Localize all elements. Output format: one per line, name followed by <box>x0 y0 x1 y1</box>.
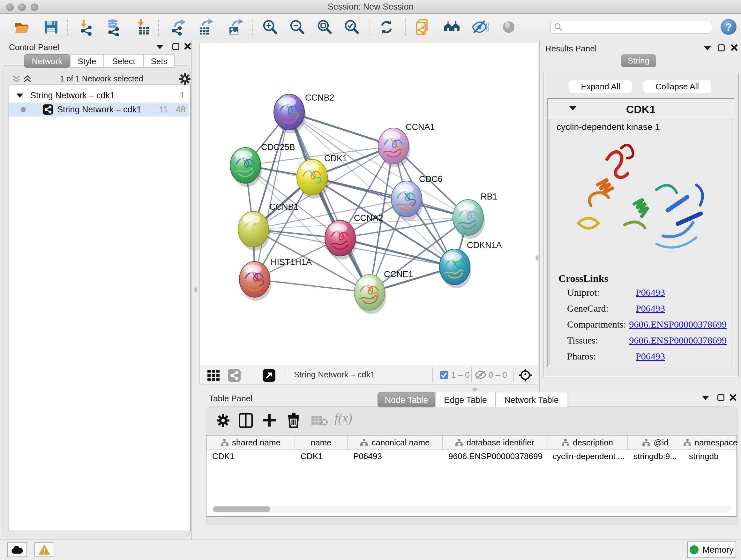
zoom-out-icon[interactable] <box>288 18 307 36</box>
import-network-from-file-icon[interactable] <box>77 18 95 36</box>
table-panel-float-icon[interactable] <box>718 394 724 401</box>
first-neighbors-icon[interactable] <box>443 18 461 36</box>
node-CDC6[interactable] <box>391 181 423 220</box>
open-session-icon[interactable] <box>13 18 31 36</box>
add-column-icon[interactable] <box>262 413 276 427</box>
warnings-button[interactable] <box>35 543 54 557</box>
zoom-fit-icon[interactable] <box>316 18 334 36</box>
column-header-database-identifier[interactable]: database identifier <box>443 435 547 449</box>
table-cell[interactable]: cyclin-dependent ... <box>547 450 628 462</box>
node-CDKN1A[interactable] <box>440 249 471 288</box>
node-CCNA2[interactable] <box>325 220 357 260</box>
import-table-from-file-icon[interactable] <box>134 18 151 36</box>
collapse-all-networks-icon[interactable] <box>12 75 21 83</box>
import-network-from-database-icon[interactable] <box>105 18 122 36</box>
edge-HIST1H1A-CCNE1[interactable] <box>255 279 369 293</box>
column-header--id[interactable]: @id <box>628 435 683 449</box>
table-cell[interactable]: 9606.ENSP00000378699 <box>443 450 547 462</box>
control-panel-float-icon[interactable] <box>172 43 179 50</box>
crosslink-link[interactable]: 9606.ENSP00000378699 <box>629 335 727 346</box>
help-button[interactable]: ? <box>721 19 737 35</box>
network-row-selected[interactable]: String Network – cdk1 11 48 <box>9 103 189 117</box>
horizontal-splitter-handle[interactable] <box>472 388 477 391</box>
network-collection-row[interactable]: String Network – cdk1 1 <box>9 88 189 103</box>
birds-eye-view-icon[interactable] <box>518 368 532 382</box>
gene-section-header[interactable]: CDK1 <box>548 99 734 119</box>
table-cell[interactable]: CDK1 <box>295 450 347 462</box>
tab-style[interactable]: Style <box>70 54 104 68</box>
tab-network-table[interactable]: Network Table <box>495 392 567 408</box>
crosslink-link[interactable]: P06493 <box>636 351 665 362</box>
new-network-from-selection-icon[interactable] <box>414 18 432 36</box>
crosslink-link[interactable]: P06493 <box>636 287 665 298</box>
network-view-icon[interactable] <box>228 369 241 382</box>
node-CCNA1[interactable] <box>378 128 410 167</box>
table-panel-close-icon[interactable] <box>729 394 737 401</box>
column-header-canonical-name[interactable]: canonical name <box>347 435 443 449</box>
crosslink-link[interactable]: 9606.ENSP00000378699 <box>629 319 727 330</box>
node-table[interactable]: shared namenamecanonical namedatabase id… <box>206 435 737 516</box>
table-cell[interactable]: P06493 <box>347 450 443 462</box>
results-panel-float-icon[interactable] <box>718 44 725 51</box>
node-RB1[interactable] <box>453 199 485 239</box>
search-input[interactable] <box>563 22 704 32</box>
column-header-namespace[interactable]: namespace <box>683 435 738 449</box>
right-splitter-handle[interactable] <box>536 255 539 260</box>
tab-sets[interactable]: Sets <box>144 54 175 68</box>
collection-expander-icon[interactable] <box>16 94 23 98</box>
column-header-name[interactable]: name <box>295 435 347 449</box>
grid-view-icon[interactable] <box>207 370 221 381</box>
refresh-network-icon[interactable] <box>378 18 395 36</box>
table-cell[interactable]: CDK1 <box>206 450 295 462</box>
export-network-icon[interactable] <box>170 18 187 36</box>
hidden-eye-slash-icon[interactable] <box>475 370 486 379</box>
expand-all-networks-icon[interactable] <box>23 75 32 83</box>
close-window-icon[interactable] <box>6 3 14 11</box>
table-horizontal-scrollbar[interactable] <box>212 506 731 513</box>
column-header-shared-name[interactable]: shared name <box>206 435 295 449</box>
crosslink-link[interactable]: P06493 <box>636 303 665 314</box>
network-canvas[interactable]: CCNB2CCNA1CDC25BCDK1CDC6RB1CCNB1CCNA2CDK… <box>199 43 538 365</box>
table-options-gear-icon[interactable] <box>216 414 230 427</box>
tab-string[interactable]: String <box>621 54 656 67</box>
table-cell[interactable]: stringdb <box>683 450 738 462</box>
results-panel-close-icon[interactable] <box>731 44 738 51</box>
show-all-icon[interactable] <box>500 18 518 36</box>
selected-checkbox-icon[interactable] <box>440 371 448 379</box>
export-table-icon[interactable] <box>197 18 215 36</box>
node-CDK1[interactable] <box>297 159 329 199</box>
node-CCNB1[interactable] <box>238 211 270 251</box>
edge-CCNB2-HIST1H1A[interactable] <box>255 112 289 279</box>
table-row[interactable]: CDK1CDK1P064939606.ENSP00000378699cyclin… <box>206 450 737 462</box>
cloud-status-button[interactable] <box>7 543 27 557</box>
show-columns-icon[interactable] <box>239 413 253 428</box>
collapse-all-button[interactable]: Collapse All <box>643 80 711 93</box>
tab-network[interactable]: Network <box>24 54 70 68</box>
network-options-gear-icon[interactable] <box>179 73 191 85</box>
tab-edge-table[interactable]: Edge Table <box>435 392 495 408</box>
expand-all-button[interactable]: Expand All <box>569 80 632 93</box>
hide-selected-icon[interactable] <box>471 18 488 36</box>
results-panel-menu-icon[interactable] <box>704 46 711 51</box>
minimize-window-icon[interactable] <box>18 3 26 11</box>
node-CDC25B[interactable] <box>230 147 262 187</box>
memory-button[interactable]: Memory <box>687 542 736 558</box>
zoom-in-icon[interactable] <box>261 18 279 36</box>
edge-CDK1-RB1[interactable] <box>312 177 468 217</box>
node-CCNB2[interactable] <box>274 94 306 133</box>
tab-select[interactable]: Select <box>104 54 144 68</box>
node-CCNE1[interactable] <box>354 274 386 314</box>
control-panel-close-icon[interactable] <box>184 43 192 50</box>
table-panel-menu-icon[interactable] <box>702 396 709 400</box>
network-graph[interactable]: CCNB2CCNA1CDC25BCDK1CDC6RB1CCNB1CCNA2CDK… <box>200 43 538 365</box>
search-field[interactable] <box>550 21 712 34</box>
export-image-icon[interactable] <box>226 18 245 36</box>
delete-column-icon[interactable] <box>287 413 300 428</box>
left-splitter-handle[interactable] <box>194 287 197 293</box>
control-panel-menu-icon[interactable] <box>156 45 163 49</box>
node-HIST1H1A[interactable] <box>239 261 271 301</box>
maximize-window-icon[interactable] <box>30 3 38 11</box>
zoom-selected-icon[interactable] <box>343 18 361 36</box>
tab-node-table[interactable]: Node Table <box>378 392 435 408</box>
save-session-icon[interactable] <box>42 18 60 36</box>
